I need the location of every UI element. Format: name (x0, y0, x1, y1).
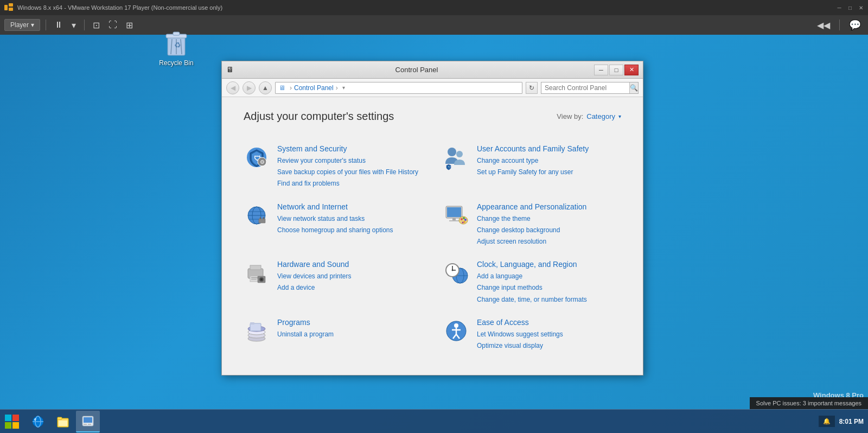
clock-language-title[interactable]: Clock, Language, and Region (477, 260, 587, 269)
action-center-notification[interactable]: Solve PC issues: 3 important messages (750, 397, 868, 409)
system-security-info: System and Security Review your computer… (277, 144, 418, 189)
hardware-sound-title[interactable]: Hardware and Sound (277, 260, 352, 269)
clock-language-link-2[interactable]: Change input methods (477, 283, 587, 293)
taskbar-control-panel[interactable] (76, 411, 100, 432)
view-by-value[interactable]: Category (586, 112, 615, 120)
user-accounts-icon: 🛡 (443, 144, 469, 170)
appearance-link-1[interactable]: Change the theme (477, 214, 586, 224)
system-security-link-2[interactable]: Save backup copies of your files with Fi… (277, 167, 418, 177)
svg-rect-1 (9, 3, 13, 7)
refresh-button[interactable]: ↻ (526, 82, 538, 94)
view-by-control: View by: Category ▾ (557, 112, 621, 120)
search-button[interactable]: 🔍 (629, 82, 638, 93)
player-menu-button[interactable]: Player ▾ (4, 19, 40, 31)
category-clock-language: Clock, Language, and Region Add a langua… (443, 253, 621, 311)
address-bar[interactable]: 🖥 › Control Panel › ▾ (275, 82, 522, 94)
address-dropdown-btn[interactable]: ▾ (342, 85, 345, 91)
send-ctrl-alt-del-icon[interactable]: ⊡ (90, 19, 103, 31)
search-input[interactable] (541, 84, 629, 92)
cp-window-controls: ─ □ ✕ (594, 65, 639, 75)
clock[interactable]: 8:01 PM (839, 418, 864, 425)
view-by-dropdown-icon[interactable]: ▾ (618, 113, 621, 119)
taskbar-right: 🔔 8:01 PM (819, 416, 868, 427)
taskbar-ie[interactable]: e (26, 411, 50, 432)
system-security-link-3[interactable]: Find and fix problems (277, 179, 418, 189)
programs-title[interactable]: Programs (277, 318, 334, 327)
toolbar-dropdown-icon[interactable]: ▾ (69, 19, 79, 31)
unity-icon[interactable]: ⊞ (123, 19, 136, 31)
taskbar: e 🔔 (0, 409, 868, 433)
svg-rect-55 (250, 323, 261, 331)
vmware-window-controls: ─ □ ✕ (834, 3, 866, 12)
hardware-sound-link-2[interactable]: Add a device (277, 283, 352, 293)
recycle-bin-label: Recycle Bin (159, 59, 193, 67)
toolbar-separator-2 (84, 20, 85, 30)
cp-header-row: Adjust your computer's settings View by:… (244, 110, 621, 123)
svg-rect-23 (260, 217, 261, 219)
toolbar-separator-1 (46, 20, 46, 30)
appearance-link-3[interactable]: Adjust screen resolution (477, 237, 586, 247)
vmware-maximize-button[interactable]: □ (845, 3, 855, 12)
network-internet-link-1[interactable]: View network status and tasks (277, 214, 393, 224)
view-by-label: View by: (557, 112, 583, 120)
vmware-title: Windows 8.x x64 - VMware Workstation 17 … (17, 4, 834, 11)
appearance-link-2[interactable]: Change desktop background (477, 225, 586, 235)
clock-language-link-1[interactable]: Add a language (477, 271, 587, 282)
category-system-security: 🛡 ⚙ System and Security Review your comp… (244, 138, 422, 196)
toolbar-chat-icon[interactable]: 💬 (846, 18, 864, 32)
control-panel-window: 🖥 Control Panel ─ □ ✕ ◀ ▶ ▲ 🖥 › Control … (221, 61, 643, 375)
category-user-accounts: 🛡 User Accounts and Family Safety Change… (443, 138, 621, 196)
ease-access-title[interactable]: Ease of Access (477, 318, 563, 327)
appearance-title[interactable]: Appearance and Personalization (477, 202, 586, 211)
svg-rect-2 (9, 8, 13, 11)
svg-point-14 (448, 148, 456, 156)
cp-minimize-button[interactable]: ─ (594, 65, 608, 75)
recycle-bin[interactable]: ♻ Recycle Bin (155, 27, 198, 67)
programs-icon (244, 318, 270, 344)
cp-content: Adjust your computer's settings View by:… (222, 97, 643, 371)
ease-access-link-2[interactable]: Optimize visual display (477, 341, 563, 351)
system-security-title[interactable]: System and Security (277, 144, 418, 153)
category-hardware-sound: Hardware and Sound View devices and prin… (244, 253, 422, 311)
system-security-link-1[interactable]: Review your computer's status (277, 156, 418, 166)
taskbar-items: e (24, 411, 102, 432)
programs-info: Programs Uninstall a program (277, 318, 334, 340)
category-ease-access: Ease of Access Let Windows suggest setti… (443, 311, 621, 358)
ease-access-link-1[interactable]: Let Windows suggest settings (477, 329, 563, 340)
user-accounts-link-2[interactable]: Set up Family Safety for any user (477, 167, 589, 177)
up-button[interactable]: ▲ (259, 81, 272, 94)
user-accounts-title[interactable]: User Accounts and Family Safety (477, 144, 589, 153)
svg-rect-24 (263, 217, 264, 219)
cp-maximize-button[interactable]: □ (609, 65, 623, 75)
vmware-close-button[interactable]: ✕ (856, 3, 866, 12)
forward-button[interactable]: ▶ (242, 81, 256, 94)
hardware-sound-link-1[interactable]: View devices and printers (277, 271, 352, 282)
appearance-icon (443, 202, 469, 228)
taskbar-explorer[interactable] (51, 411, 75, 432)
network-internet-link-2[interactable]: Choose homegroup and sharing options (277, 225, 393, 235)
appearance-info: Appearance and Personalization Change th… (477, 202, 586, 247)
address-control-panel[interactable]: Control Panel (294, 84, 334, 92)
start-button[interactable] (0, 410, 24, 434)
pause-icon[interactable]: ⏸ (52, 19, 66, 31)
user-accounts-info: User Accounts and Family Safety Change a… (477, 144, 589, 177)
cp-close-button[interactable]: ✕ (624, 65, 639, 75)
back-button[interactable]: ◀ (226, 81, 239, 94)
category-programs: Programs Uninstall a program (244, 311, 422, 358)
network-internet-title[interactable]: Network and Internet (277, 202, 393, 211)
hardware-sound-icon (244, 260, 270, 286)
programs-link-1[interactable]: Uninstall a program (277, 329, 334, 340)
user-accounts-link-1[interactable]: Change account type (477, 156, 589, 166)
fullscreen-icon[interactable]: ⛶ (106, 19, 120, 31)
svg-text:🛡: 🛡 (448, 165, 451, 169)
recycle-bin-icon: ♻ (163, 27, 189, 57)
player-label: Player (10, 21, 29, 29)
clock-language-link-3[interactable]: Change date, time, or number formats (477, 295, 587, 305)
svg-rect-75 (84, 417, 92, 423)
vmware-minimize-button[interactable]: ─ (834, 3, 844, 12)
toolbar-back-icon[interactable]: ◀◀ (814, 19, 833, 31)
clock-language-icon (443, 260, 469, 286)
notification-area[interactable]: 🔔 (819, 416, 835, 427)
clock-language-info: Clock, Language, and Region Add a langua… (477, 260, 587, 305)
categories-grid: 🛡 ⚙ System and Security Review your comp… (244, 138, 621, 358)
